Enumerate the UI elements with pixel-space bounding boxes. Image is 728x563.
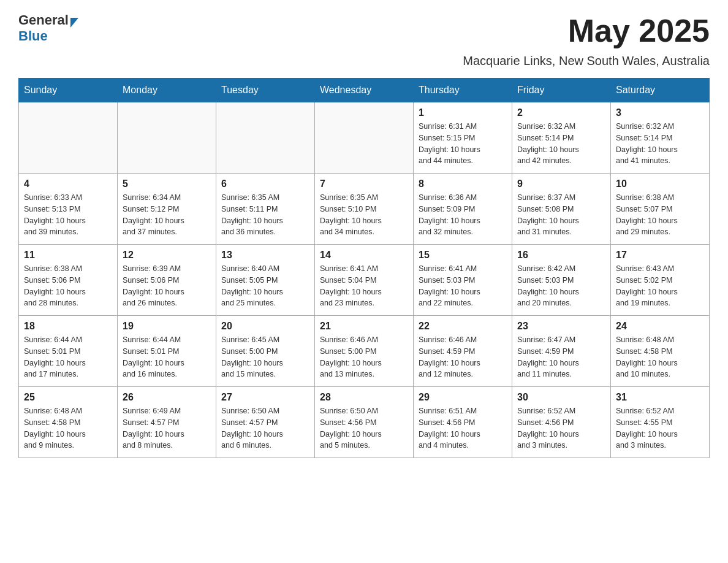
day-info: Sunrise: 6:44 AMSunset: 5:01 PMDaylight:… (24, 334, 112, 380)
calendar-cell: 11Sunrise: 6:38 AMSunset: 5:06 PMDayligh… (19, 245, 118, 316)
calendar-week-row: 1Sunrise: 6:31 AMSunset: 5:15 PMDaylight… (19, 102, 710, 174)
day-number: 29 (419, 392, 507, 403)
calendar-cell: 22Sunrise: 6:46 AMSunset: 4:59 PMDayligh… (414, 316, 512, 387)
day-info: Sunrise: 6:51 AMSunset: 4:56 PMDaylight:… (419, 405, 507, 451)
day-info: Sunrise: 6:52 AMSunset: 4:56 PMDaylight:… (517, 405, 605, 451)
calendar-cell (118, 102, 216, 174)
calendar-cell: 8Sunrise: 6:36 AMSunset: 5:09 PMDaylight… (414, 174, 512, 245)
calendar-cell: 10Sunrise: 6:38 AMSunset: 5:07 PMDayligh… (611, 174, 710, 245)
day-info: Sunrise: 6:44 AMSunset: 5:01 PMDaylight:… (123, 334, 211, 380)
day-number: 22 (419, 321, 507, 332)
calendar-cell: 28Sunrise: 6:50 AMSunset: 4:56 PMDayligh… (315, 387, 414, 458)
day-number: 13 (221, 250, 309, 261)
calendar-cell: 4Sunrise: 6:33 AMSunset: 5:13 PMDaylight… (19, 174, 118, 245)
day-info: Sunrise: 6:38 AMSunset: 5:07 PMDaylight:… (616, 192, 704, 238)
day-number: 1 (419, 107, 507, 118)
day-number: 6 (221, 178, 309, 190)
calendar-week-row: 11Sunrise: 6:38 AMSunset: 5:06 PMDayligh… (19, 245, 710, 316)
calendar-cell (315, 102, 414, 174)
day-number: 10 (616, 178, 704, 190)
day-number: 17 (616, 250, 704, 261)
calendar-cell: 17Sunrise: 6:43 AMSunset: 5:02 PMDayligh… (611, 245, 710, 316)
day-info: Sunrise: 6:41 AMSunset: 5:03 PMDaylight:… (419, 263, 507, 309)
calendar-header-sunday: Sunday (19, 79, 118, 102)
calendar-cell (216, 102, 315, 174)
month-title: May 2025 (568, 12, 710, 49)
calendar-cell: 16Sunrise: 6:42 AMSunset: 5:03 PMDayligh… (512, 245, 611, 316)
calendar-cell: 3Sunrise: 6:32 AMSunset: 5:14 PMDaylight… (611, 102, 710, 174)
day-number: 14 (320, 250, 408, 261)
day-number: 23 (517, 321, 605, 332)
calendar-cell: 5Sunrise: 6:34 AMSunset: 5:12 PMDaylight… (118, 174, 216, 245)
day-info: Sunrise: 6:43 AMSunset: 5:02 PMDaylight:… (616, 263, 704, 309)
day-number: 12 (123, 250, 211, 261)
calendar-cell: 31Sunrise: 6:52 AMSunset: 4:55 PMDayligh… (611, 387, 710, 458)
calendar-cell: 26Sunrise: 6:49 AMSunset: 4:57 PMDayligh… (118, 387, 216, 458)
calendar-header-saturday: Saturday (611, 79, 710, 102)
day-info: Sunrise: 6:35 AMSunset: 5:10 PMDaylight:… (320, 192, 408, 238)
day-info: Sunrise: 6:41 AMSunset: 5:04 PMDaylight:… (320, 263, 408, 309)
day-number: 16 (517, 250, 605, 261)
logo: General Blue (18, 12, 78, 44)
day-number: 3 (616, 107, 704, 118)
calendar-cell (19, 102, 118, 174)
day-number: 15 (419, 250, 507, 261)
day-number: 4 (24, 178, 112, 190)
day-info: Sunrise: 6:48 AMSunset: 4:58 PMDaylight:… (616, 334, 704, 380)
day-info: Sunrise: 6:47 AMSunset: 4:59 PMDaylight:… (517, 334, 605, 380)
page-header: General Blue May 2025 (18, 12, 710, 49)
calendar-table: SundayMondayTuesdayWednesdayThursdayFrid… (18, 78, 710, 458)
day-info: Sunrise: 6:52 AMSunset: 4:55 PMDaylight:… (616, 405, 704, 451)
day-info: Sunrise: 6:36 AMSunset: 5:09 PMDaylight:… (419, 192, 507, 238)
calendar-header-monday: Monday (118, 79, 216, 102)
calendar-cell: 14Sunrise: 6:41 AMSunset: 5:04 PMDayligh… (315, 245, 414, 316)
day-info: Sunrise: 6:49 AMSunset: 4:57 PMDaylight:… (123, 405, 211, 451)
day-number: 18 (24, 321, 112, 332)
day-info: Sunrise: 6:50 AMSunset: 4:57 PMDaylight:… (221, 405, 309, 451)
calendar-cell: 2Sunrise: 6:32 AMSunset: 5:14 PMDaylight… (512, 102, 611, 174)
location-title: Macquarie Links, New South Wales, Austra… (18, 54, 710, 68)
calendar-cell: 20Sunrise: 6:45 AMSunset: 5:00 PMDayligh… (216, 316, 315, 387)
day-info: Sunrise: 6:39 AMSunset: 5:06 PMDaylight:… (123, 263, 211, 309)
day-info: Sunrise: 6:35 AMSunset: 5:11 PMDaylight:… (221, 192, 309, 238)
calendar-cell: 6Sunrise: 6:35 AMSunset: 5:11 PMDaylight… (216, 174, 315, 245)
day-number: 30 (517, 392, 605, 403)
day-info: Sunrise: 6:42 AMSunset: 5:03 PMDaylight:… (517, 263, 605, 309)
day-info: Sunrise: 6:45 AMSunset: 5:00 PMDaylight:… (221, 334, 309, 380)
calendar-cell: 13Sunrise: 6:40 AMSunset: 5:05 PMDayligh… (216, 245, 315, 316)
day-number: 19 (123, 321, 211, 332)
day-info: Sunrise: 6:37 AMSunset: 5:08 PMDaylight:… (517, 192, 605, 238)
calendar-cell: 15Sunrise: 6:41 AMSunset: 5:03 PMDayligh… (414, 245, 512, 316)
calendar-header-tuesday: Tuesday (216, 79, 315, 102)
calendar-header-row: SundayMondayTuesdayWednesdayThursdayFrid… (19, 79, 710, 102)
logo-blue-text: Blue (18, 28, 48, 44)
calendar-cell: 25Sunrise: 6:48 AMSunset: 4:58 PMDayligh… (19, 387, 118, 458)
calendar-week-row: 18Sunrise: 6:44 AMSunset: 5:01 PMDayligh… (19, 316, 710, 387)
calendar-cell: 12Sunrise: 6:39 AMSunset: 5:06 PMDayligh… (118, 245, 216, 316)
day-number: 2 (517, 107, 605, 118)
calendar-cell: 30Sunrise: 6:52 AMSunset: 4:56 PMDayligh… (512, 387, 611, 458)
day-info: Sunrise: 6:32 AMSunset: 5:14 PMDaylight:… (517, 121, 605, 167)
day-info: Sunrise: 6:34 AMSunset: 5:12 PMDaylight:… (123, 192, 211, 238)
day-info: Sunrise: 6:33 AMSunset: 5:13 PMDaylight:… (24, 192, 112, 238)
day-number: 5 (123, 178, 211, 190)
logo-arrow-icon (70, 18, 78, 28)
calendar-cell: 1Sunrise: 6:31 AMSunset: 5:15 PMDaylight… (414, 102, 512, 174)
day-number: 27 (221, 392, 309, 403)
calendar-cell: 23Sunrise: 6:47 AMSunset: 4:59 PMDayligh… (512, 316, 611, 387)
calendar-header-thursday: Thursday (414, 79, 512, 102)
calendar-cell: 9Sunrise: 6:37 AMSunset: 5:08 PMDaylight… (512, 174, 611, 245)
calendar-week-row: 25Sunrise: 6:48 AMSunset: 4:58 PMDayligh… (19, 387, 710, 458)
day-info: Sunrise: 6:46 AMSunset: 5:00 PMDaylight:… (320, 334, 408, 380)
calendar-cell: 7Sunrise: 6:35 AMSunset: 5:10 PMDaylight… (315, 174, 414, 245)
day-info: Sunrise: 6:48 AMSunset: 4:58 PMDaylight:… (24, 405, 112, 451)
day-number: 8 (419, 178, 507, 190)
day-number: 28 (320, 392, 408, 403)
day-number: 24 (616, 321, 704, 332)
calendar-week-row: 4Sunrise: 6:33 AMSunset: 5:13 PMDaylight… (19, 174, 710, 245)
day-number: 26 (123, 392, 211, 403)
calendar-cell: 24Sunrise: 6:48 AMSunset: 4:58 PMDayligh… (611, 316, 710, 387)
day-number: 7 (320, 178, 408, 190)
calendar-cell: 19Sunrise: 6:44 AMSunset: 5:01 PMDayligh… (118, 316, 216, 387)
day-info: Sunrise: 6:46 AMSunset: 4:59 PMDaylight:… (419, 334, 507, 380)
